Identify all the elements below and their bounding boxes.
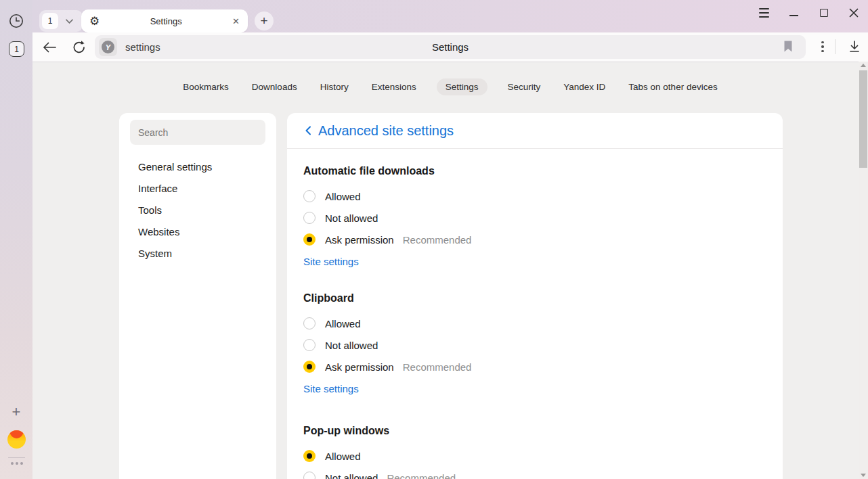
nav-extensions[interactable]: Extensions — [369, 78, 419, 95]
section-popup-windows: Pop-up windows Allowed Not allowed Recom… — [303, 425, 766, 479]
tab-count-badge[interactable]: 1 — [42, 13, 58, 29]
nav-tabs-other-devices[interactable]: Tabs on other devices — [626, 78, 720, 95]
radio-icon[interactable] — [303, 212, 316, 224]
bookmark-icon[interactable] — [783, 40, 796, 53]
section-clipboard: Clipboard Allowed Not allowed Ask permis… — [303, 292, 766, 395]
tab-group-pill[interactable]: 1 — [39, 10, 83, 32]
section-title: Clipboard — [303, 292, 766, 304]
radio-option-selected[interactable]: Ask permission Recommended — [303, 229, 766, 250]
close-button[interactable] — [846, 5, 861, 21]
radio-icon[interactable] — [303, 190, 316, 202]
radio-option[interactable]: Not allowed — [303, 334, 766, 356]
reload-button[interactable] — [70, 38, 89, 57]
gear-icon: ⚙ — [89, 16, 100, 27]
radio-icon[interactable] — [303, 339, 316, 351]
settings-sidebar: General settings Interface Tools Website… — [119, 113, 276, 479]
recommended-note: Recommended — [403, 234, 472, 246]
toolbar-separator — [835, 39, 836, 54]
nav-downloads[interactable]: Downloads — [249, 78, 300, 95]
maximize-button[interactable] — [816, 5, 831, 21]
sidebar-item-general-settings[interactable]: General settings — [119, 156, 276, 177]
search-box[interactable] — [130, 120, 265, 145]
history-clock-icon[interactable] — [8, 13, 24, 29]
sidebar-list: General settings Interface Tools Website… — [119, 156, 276, 264]
yandex-mail-icon[interactable] — [7, 430, 26, 449]
edge-more-icon[interactable] — [8, 462, 25, 465]
radio-option[interactable]: Not allowed Recommended — [303, 467, 766, 479]
nav-settings[interactable]: Settings — [437, 78, 487, 95]
address-bar[interactable]: Y settings Settings — [95, 35, 806, 59]
radio-icon[interactable] — [303, 472, 316, 479]
section-title: Pop-up windows — [303, 425, 766, 437]
tab-settings[interactable]: ⚙ Settings ✕ — [81, 9, 248, 32]
radio-icon[interactable] — [303, 317, 316, 329]
scrollbar-up-arrow[interactable] — [861, 64, 866, 67]
page-section-title: Advanced site settings — [318, 123, 454, 139]
sidebar-item-websites[interactable]: Websites — [119, 221, 276, 242]
section-title: Automatic file downloads — [303, 165, 766, 177]
browser-window: 1 + 1 ⚙ Settings ✕ + — [0, 0, 868, 479]
radio-icon-selected[interactable] — [303, 450, 316, 462]
edge-tab-count: 1 — [14, 45, 19, 54]
tab-bar: 1 ⚙ Settings ✕ + — [32, 0, 868, 32]
window-controls — [756, 3, 861, 22]
settings-sections: Automatic file downloads Allowed Not all… — [287, 165, 783, 479]
settings-page: Bookmarks Downloads History Extensions S… — [32, 62, 860, 479]
scrollbar-down-arrow[interactable] — [861, 474, 866, 477]
back-chevron-icon[interactable] — [303, 125, 313, 136]
tab-title: Settings — [100, 16, 232, 26]
nav-bookmarks[interactable]: Bookmarks — [180, 78, 232, 95]
radio-option-selected[interactable]: Ask permission Recommended — [303, 356, 766, 378]
tab-panel-toggle[interactable]: 1 — [9, 41, 24, 57]
download-icon[interactable] — [846, 39, 863, 55]
back-button[interactable] — [40, 38, 59, 57]
page-title: Settings — [95, 35, 806, 59]
recommended-note: Recommended — [387, 472, 456, 479]
radio-icon-selected[interactable] — [303, 233, 316, 246]
edge-divider — [8, 457, 25, 458]
settings-nav: Bookmarks Downloads History Extensions S… — [32, 78, 860, 95]
sidebar-item-interface[interactable]: Interface — [119, 177, 276, 199]
advanced-settings-header[interactable]: Advanced site settings — [287, 113, 783, 149]
kebab-menu-icon[interactable] — [815, 39, 831, 55]
radio-icon-selected[interactable] — [303, 361, 316, 373]
nav-security[interactable]: Security — [505, 78, 544, 95]
scrollbar[interactable] — [859, 62, 868, 479]
settings-main-panel: Advanced site settings Automatic file do… — [287, 113, 783, 479]
chevron-down-icon[interactable] — [58, 18, 80, 24]
edge-add-button[interactable]: + — [9, 405, 24, 419]
radio-option[interactable]: Not allowed — [303, 207, 766, 229]
site-settings-link[interactable]: Site settings — [303, 256, 359, 267]
sidebar-item-tools[interactable]: Tools — [119, 199, 276, 221]
search-input[interactable] — [138, 127, 257, 138]
radio-option-selected[interactable]: Allowed — [303, 445, 766, 467]
edge-sidebar: 1 + — [0, 0, 32, 479]
nav-history[interactable]: History — [318, 78, 351, 95]
sidebar-item-system[interactable]: System — [119, 242, 276, 264]
tab-close-icon[interactable]: ✕ — [232, 16, 240, 26]
minimize-button[interactable] — [786, 5, 802, 21]
toolbar: Y settings Settings — [32, 32, 868, 62]
new-tab-button[interactable]: + — [255, 12, 274, 30]
radio-option[interactable]: Allowed — [303, 185, 766, 207]
scrollbar-thumb[interactable] — [859, 70, 867, 168]
nav-yandex-id[interactable]: Yandex ID — [561, 78, 608, 95]
recommended-note: Recommended — [403, 361, 472, 373]
section-automatic-file-downloads: Automatic file downloads Allowed Not all… — [303, 165, 766, 268]
menu-icon[interactable] — [756, 5, 772, 21]
site-settings-link[interactable]: Site settings — [303, 383, 359, 394]
radio-option[interactable]: Allowed — [303, 313, 766, 334]
